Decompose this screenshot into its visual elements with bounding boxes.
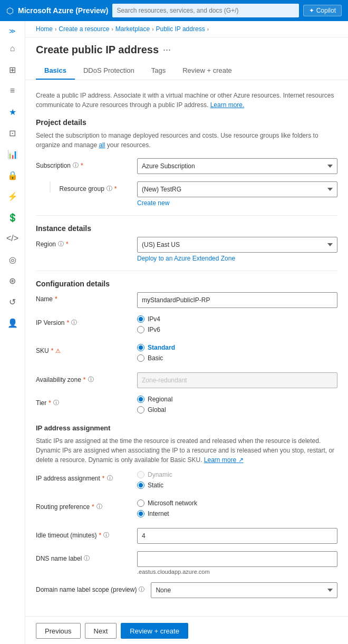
section-instance-details: Instance details — [36, 224, 337, 233]
breadcrumb-marketplace[interactable]: Marketplace — [115, 25, 150, 33]
review-create-button[interactable]: Review + create — [121, 623, 188, 639]
sidebar-expand[interactable]: ≫ — [0, 25, 25, 37]
routing-preference-required: * — [92, 503, 94, 511]
sku-standard-radio[interactable] — [137, 344, 144, 351]
brand-name: Microsoft Azure (Preview) — [18, 6, 108, 15]
sidebar-item-monitor[interactable]: 📊 — [3, 145, 22, 164]
tab-basics[interactable]: Basics — [36, 62, 75, 80]
resource-group-info-icon[interactable]: ⓘ — [107, 185, 112, 193]
form-footer: Previous Next Review + create — [25, 616, 348, 644]
ip-assignment-row: IP address assignment * ⓘ Dynamic Static — [36, 471, 337, 492]
sidebar-item-circle[interactable]: ◎ — [3, 250, 22, 269]
idle-timeout-label: Idle timeout (minutes) * ⓘ — [36, 528, 131, 539]
sidebar-item-apps[interactable]: ⊡ — [3, 123, 22, 142]
page-title: Create public IP address — [36, 44, 159, 56]
page-menu-icon[interactable]: ··· — [163, 44, 171, 55]
ip-version-row: IP Version * ⓘ IPv4 IPv6 — [36, 315, 337, 337]
breadcrumb: Home › Create a resource › Marketplace ›… — [25, 21, 348, 37]
dns-name-input[interactable] — [137, 551, 337, 567]
resource-group-row: Resource group ⓘ * (New) TestRG Create n… — [36, 181, 337, 207]
ip-assignment-info-icon[interactable]: ⓘ — [107, 474, 113, 482]
copilot-icon: ✦ — [309, 7, 314, 14]
ip-version-ipv6-radio[interactable] — [137, 326, 144, 333]
top-navigation: ⬡ Microsoft Azure (Preview) ✦ Copilot — [0, 0, 348, 21]
sidebar-item-refresh[interactable]: ↺ — [3, 292, 22, 311]
sku-basic-radio[interactable] — [137, 354, 144, 362]
sidebar-item-cost[interactable]: 💲 — [3, 208, 22, 227]
create-new-link[interactable]: Create new — [137, 199, 337, 207]
idle-timeout-info-icon[interactable]: ⓘ — [103, 531, 109, 539]
domain-name-scope-row: Domain name label scope (preview) ⓘ None — [36, 582, 337, 598]
routing-preference-info-icon[interactable]: ⓘ — [96, 503, 102, 511]
name-input[interactable] — [137, 292, 337, 308]
routing-preference-row: Routing preference * ⓘ Microsoft network… — [36, 499, 337, 521]
divider-2 — [36, 271, 337, 271]
sidebar-item-dashboard[interactable]: ⊞ — [3, 60, 22, 79]
resource-group-select[interactable]: (New) TestRG — [137, 181, 337, 197]
ip-assignment-static-radio[interactable] — [137, 482, 144, 489]
tier-global-radio[interactable] — [137, 406, 144, 414]
subscription-select[interactable]: Azure Subscription — [137, 158, 337, 174]
next-button[interactable]: Next — [85, 623, 117, 639]
section-project-details: Project details — [36, 118, 337, 127]
breadcrumb-public-ip[interactable]: Public IP address — [156, 25, 205, 33]
region-select[interactable]: (US) East US — [137, 237, 337, 253]
brand-logo: ⬡ — [6, 6, 14, 16]
dns-name-info-icon[interactable]: ⓘ — [84, 554, 90, 562]
all-resources-link[interactable]: all — [99, 141, 105, 149]
idle-timeout-input[interactable] — [137, 528, 337, 544]
main-content: Home › Create a resource › Marketplace ›… — [25, 21, 348, 644]
sidebar-item-code[interactable]: </> — [3, 229, 22, 248]
tier-global-option: Global — [137, 406, 337, 414]
tier-regional-option: Regional — [137, 396, 337, 403]
region-info-icon[interactable]: ⓘ — [58, 240, 64, 248]
resource-group-label: Resource group — [59, 185, 104, 193]
routing-preference-microsoft-radio[interactable] — [137, 499, 144, 507]
ip-assignment-dynamic-radio[interactable] — [137, 471, 144, 478]
domain-scope-info-icon[interactable]: ⓘ — [139, 585, 144, 593]
sidebar-item-favorites[interactable]: ★ — [3, 102, 22, 121]
ip-assignment-title: IP address assignment — [36, 424, 337, 432]
tab-tags[interactable]: Tags — [143, 62, 174, 80]
ip-assignment-learn-more-link[interactable]: Learn more ↗ — [204, 456, 244, 464]
ip-assignment-dynamic-option: Dynamic — [137, 471, 337, 478]
breadcrumb-home[interactable]: Home — [36, 25, 53, 33]
tier-info-icon[interactable]: ⓘ — [53, 399, 59, 407]
copilot-button[interactable]: ✦ Copilot — [303, 5, 342, 16]
sidebar-item-lightning[interactable]: ⚡ — [3, 187, 22, 206]
sidebar-item-security[interactable]: 🔒 — [3, 166, 22, 185]
tab-review-create[interactable]: Review + create — [174, 62, 240, 80]
dns-name-label-label: DNS name label ⓘ — [36, 551, 131, 562]
tier-regional-radio[interactable] — [137, 396, 144, 403]
resource-group-control: (New) TestRG Create new — [137, 181, 337, 207]
ip-assignment-desc: Static IPs are assigned at the time the … — [36, 436, 337, 465]
breadcrumb-sep-2: › — [111, 26, 113, 32]
routing-preference-internet-radio[interactable] — [137, 510, 144, 517]
sidebar-item-layers[interactable]: ⊛ — [3, 271, 22, 290]
ip-version-ipv4-radio[interactable] — [137, 315, 144, 323]
deploy-extended-zone-link[interactable]: Deploy to an Azure Extended Zone — [137, 255, 337, 262]
sidebar-item-user[interactable]: 👤 — [3, 313, 22, 332]
tab-ddos[interactable]: DDoS Protection — [75, 62, 143, 80]
sku-basic-option: Basic — [137, 354, 337, 362]
sidebar-item-recent[interactable]: ≡ — [3, 81, 22, 100]
form-description-link[interactable]: Learn more. — [210, 101, 245, 109]
divider-1 — [36, 215, 337, 216]
breadcrumb-create-resource[interactable]: Create a resource — [59, 25, 109, 33]
availability-zone-info-icon[interactable]: ⓘ — [88, 376, 94, 383]
subscription-info-icon[interactable]: ⓘ — [73, 161, 79, 169]
ip-assignment-required: * — [102, 475, 105, 482]
search-input[interactable] — [112, 4, 298, 17]
sidebar-item-home[interactable]: ⌂ — [3, 39, 22, 58]
sku-label: SKU * ⚠ — [36, 344, 131, 354]
ip-assignment-section: IP address assignment Static IPs are ass… — [36, 424, 337, 492]
previous-button[interactable]: Previous — [36, 623, 81, 639]
ip-version-required: * — [66, 319, 69, 326]
domain-name-scope-select[interactable]: None — [151, 582, 337, 598]
tabs: Basics DDoS Protection Tags Review + cre… — [36, 62, 337, 80]
routing-preference-label: Routing preference * ⓘ — [36, 499, 131, 511]
routing-preference-control: Microsoft network Internet — [137, 499, 337, 521]
availability-zone-select[interactable]: Zone-redundant — [137, 372, 337, 388]
resource-group-label-wrap: Resource group ⓘ * — [36, 181, 131, 193]
ip-version-info-icon[interactable]: ⓘ — [71, 319, 77, 326]
